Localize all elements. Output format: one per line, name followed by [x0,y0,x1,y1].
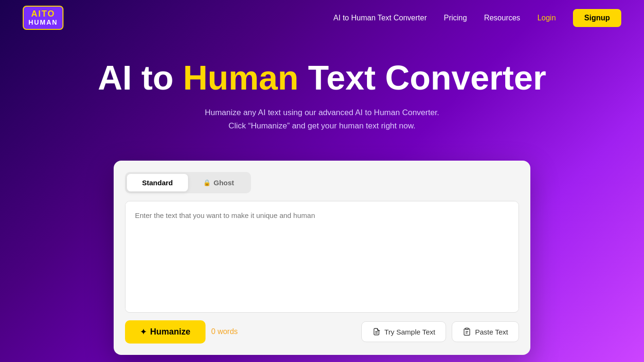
hero-subtitle-line1: Humanize any AI text using our advanced … [205,108,439,117]
hero-section: AI to Human Text Converter Humanize any … [0,36,644,161]
tool-card: Standard 🔒 Ghost ✦ Humanize 0 words Try … [114,161,530,355]
hero-title-highlight: Human [183,59,299,97]
hero-subtitle: Humanize any AI text using our advanced … [9,106,635,132]
try-sample-button[interactable]: Try Sample Text [361,321,447,342]
word-count-number: 0 [211,327,215,335]
logo[interactable]: AITO HUMAN [23,6,63,30]
humanize-button[interactable]: ✦ Humanize [125,320,206,344]
tab-ghost-label: Ghost [214,179,234,187]
word-count-suffix: words [215,327,238,335]
bottom-bar: ✦ Humanize 0 words Try Sample Text Paste… [125,320,519,344]
logo-box: AITO HUMAN [23,6,63,30]
hero-title-part2: Text Converter [299,59,546,97]
nav-resources[interactable]: Resources [484,14,520,22]
paste-icon [463,327,471,336]
nav-ai-to-human[interactable]: AI to Human Text Converter [333,14,427,22]
humanize-label: Humanize [150,327,190,337]
textarea-wrapper [125,201,519,313]
hero-subtitle-line2: Click “Humanize” and get your human text… [229,121,416,130]
nav-login[interactable]: Login [537,14,556,22]
nav-links: AI to Human Text Converter Pricing Resou… [333,9,621,27]
logo-top: AITO [31,9,55,19]
sample-icon [372,327,381,336]
signup-button[interactable]: Signup [573,9,621,27]
tab-standard[interactable]: Standard [127,174,188,191]
try-sample-label: Try Sample Text [385,328,436,336]
paste-text-label: Paste Text [475,328,508,336]
tab-ghost[interactable]: 🔒 Ghost [188,174,249,191]
lock-icon: 🔒 [203,179,211,186]
hero-title-part1: AI to [98,59,183,97]
logo-bottom: HUMAN [28,19,58,26]
svg-rect-0 [465,328,468,330]
hero-title: AI to Human Text Converter [9,59,635,97]
tab-standard-label: Standard [142,179,173,187]
text-input[interactable] [125,201,519,310]
paste-text-button[interactable]: Paste Text [452,321,519,342]
navbar: AITO HUMAN AI to Human Text Converter Pr… [0,0,644,36]
nav-pricing[interactable]: Pricing [444,14,467,22]
tabs-container: Standard 🔒 Ghost [125,172,251,193]
sparkle-icon: ✦ [140,327,146,336]
word-count: 0 words [211,327,356,336]
